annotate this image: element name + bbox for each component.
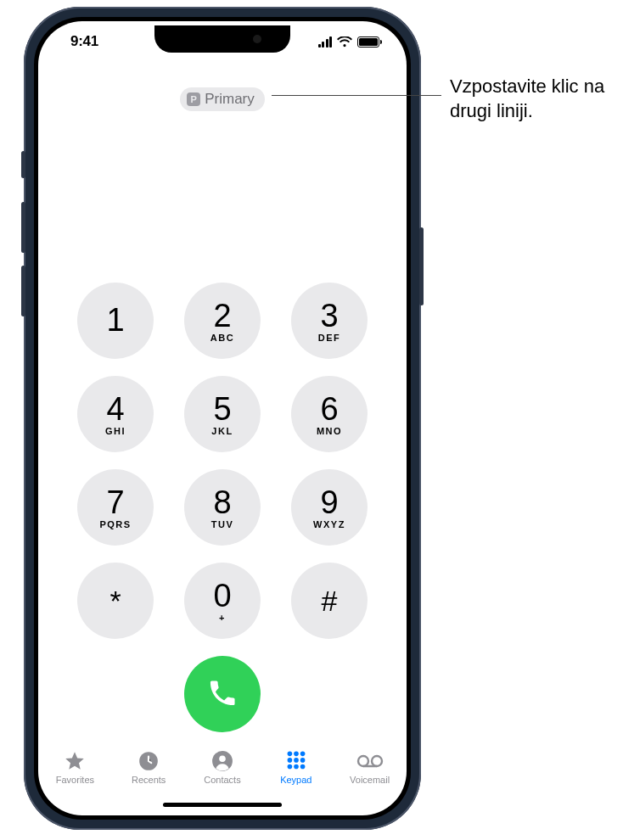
clock-icon <box>138 750 160 772</box>
line-label: Primary <box>205 91 255 108</box>
line-badge-icon: P <box>187 92 200 106</box>
tab-label: Recents <box>132 775 166 785</box>
tab-favorites[interactable]: Favorites <box>40 750 109 785</box>
tab-keypad[interactable]: Keypad <box>261 750 331 785</box>
cellular-signal-icon <box>318 36 333 48</box>
svg-point-11 <box>300 764 306 770</box>
home-indicator[interactable] <box>163 803 282 807</box>
keypad-key-1[interactable]: 1 <box>77 283 154 359</box>
svg-point-12 <box>358 756 368 766</box>
primary-line-selector[interactable]: P Primary <box>180 87 265 111</box>
svg-point-3 <box>287 752 292 757</box>
notch <box>154 25 290 53</box>
voicemail-icon <box>356 750 384 772</box>
person-circle-icon <box>211 750 233 772</box>
phone-icon <box>207 678 238 711</box>
keypad-key-5[interactable]: 5JKL <box>184 376 261 452</box>
tab-voicemail[interactable]: Voicemail <box>335 750 405 785</box>
svg-point-13 <box>372 756 382 766</box>
iphone-frame: 9:41 P Primary 1 2ABC 3DEF 4GH <box>24 7 421 830</box>
keypad-key-2[interactable]: 2ABC <box>184 283 261 359</box>
tab-label: Favorites <box>56 775 94 785</box>
keypad-key-hash[interactable]: # <box>291 563 368 639</box>
tab-label: Keypad <box>280 775 312 785</box>
tab-label: Contacts <box>204 775 240 785</box>
keypad-key-8[interactable]: 8TUV <box>184 469 261 546</box>
keypad-key-0[interactable]: 0+ <box>184 563 261 639</box>
wifi-icon <box>337 36 352 48</box>
star-icon <box>63 750 87 772</box>
volume-down-button-frame <box>21 266 25 316</box>
svg-point-2 <box>219 756 226 763</box>
status-indicators <box>318 36 380 48</box>
keypad-key-4[interactable]: 4GHI <box>77 376 154 452</box>
callout-text: Vzpostavite klic na drugi liniji. <box>450 75 620 123</box>
mute-switch <box>21 151 25 178</box>
keypad-key-star[interactable]: * <box>77 563 154 639</box>
keypad-key-9[interactable]: 9WXYZ <box>291 469 368 546</box>
keypad-key-6[interactable]: 6MNO <box>291 376 368 452</box>
svg-point-7 <box>294 758 299 763</box>
svg-point-6 <box>287 758 292 763</box>
keypad-key-3[interactable]: 3DEF <box>291 283 368 359</box>
tab-recents[interactable]: Recents <box>114 750 183 785</box>
svg-point-8 <box>300 758 306 763</box>
svg-point-5 <box>300 752 306 757</box>
tab-contacts[interactable]: Contacts <box>188 750 257 785</box>
keypad-key-7[interactable]: 7PQRS <box>77 469 154 546</box>
keypad-area: 1 2ABC 3DEF 4GHI 5JKL 6MNO 7PQRS 8TUV 9W… <box>38 111 407 744</box>
svg-point-10 <box>294 764 299 770</box>
screen: 9:41 P Primary 1 2ABC 3DEF 4GH <box>38 21 407 815</box>
tab-label: Voicemail <box>350 775 390 785</box>
svg-point-4 <box>294 752 299 757</box>
svg-point-9 <box>287 764 292 770</box>
power-button-frame <box>419 227 424 305</box>
call-button[interactable] <box>184 656 261 732</box>
keypad-icon <box>285 750 307 772</box>
volume-up-button-frame <box>21 202 25 253</box>
status-time: 9:41 <box>70 33 98 50</box>
battery-icon <box>357 36 379 48</box>
keypad-grid: 1 2ABC 3DEF 4GHI 5JKL 6MNO 7PQRS 8TUV 9W… <box>77 283 368 639</box>
